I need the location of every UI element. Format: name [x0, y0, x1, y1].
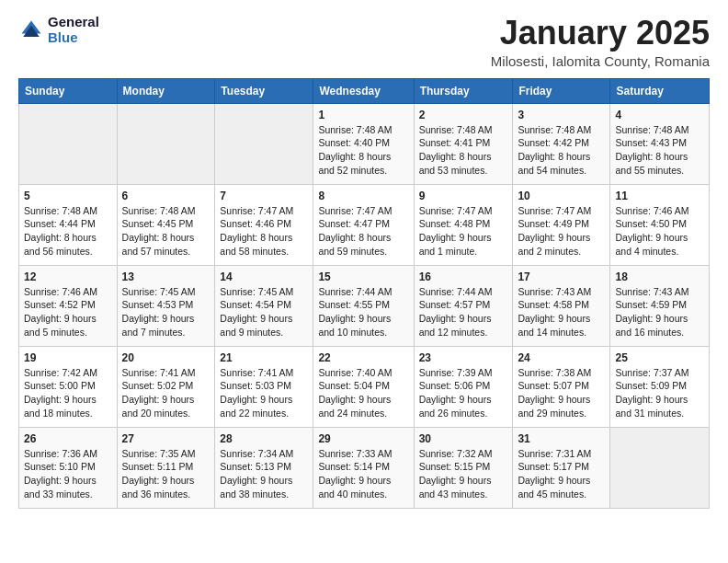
- day-content: Sunrise: 7:48 AMSunset: 4:44 PMDaylight:…: [24, 204, 112, 259]
- day-content: Sunrise: 7:43 AMSunset: 4:59 PMDaylight:…: [615, 285, 704, 339]
- day-number: 4: [615, 109, 704, 121]
- table-row: 29Sunrise: 7:33 AMSunset: 5:14 PMDayligh…: [313, 427, 414, 508]
- sunrise-label: Sunrise: 7:48 AM: [518, 124, 591, 135]
- sunrise-label: Sunrise: 7:41 AM: [122, 367, 196, 378]
- day-content: Sunrise: 7:35 AMSunset: 5:11 PMDaylight:…: [122, 447, 210, 501]
- table-row: 19Sunrise: 7:42 AMSunset: 5:00 PMDayligh…: [19, 346, 118, 427]
- day-content: Sunrise: 7:48 AMSunset: 4:42 PMDaylight:…: [518, 123, 605, 178]
- daylight-label: Daylight: 8 hours and 58 minutes.: [220, 232, 292, 257]
- sunset-label: Sunset: 5:11 PM: [122, 461, 194, 472]
- calendar-week-row: 12Sunrise: 7:46 AMSunset: 4:52 PMDayligh…: [19, 265, 710, 346]
- daylight-label: Daylight: 8 hours and 53 minutes.: [419, 151, 492, 176]
- col-saturday: Saturday: [610, 78, 710, 103]
- sunrise-label: Sunrise: 7:48 AM: [419, 124, 493, 135]
- day-number: 13: [122, 270, 210, 283]
- daylight-label: Daylight: 9 hours and 1 minute.: [419, 232, 492, 257]
- day-content: Sunrise: 7:47 AMSunset: 4:49 PMDaylight:…: [518, 204, 605, 259]
- daylight-label: Daylight: 9 hours and 22 minutes.: [220, 394, 292, 419]
- sunrise-label: Sunrise: 7:41 AM: [220, 367, 293, 378]
- daylight-label: Daylight: 9 hours and 7 minutes.: [122, 313, 195, 338]
- sunset-label: Sunset: 5:15 PM: [419, 461, 491, 472]
- daylight-label: Daylight: 9 hours and 40 minutes.: [318, 475, 391, 500]
- day-number: 29: [318, 432, 408, 445]
- table-row: 5Sunrise: 7:48 AMSunset: 4:44 PMDaylight…: [19, 184, 118, 265]
- day-content: Sunrise: 7:43 AMSunset: 4:58 PMDaylight:…: [518, 285, 605, 339]
- sunrise-label: Sunrise: 7:47 AM: [419, 205, 493, 216]
- day-number: 28: [220, 432, 308, 445]
- day-number: 6: [122, 190, 210, 202]
- day-content: Sunrise: 7:33 AMSunset: 5:14 PMDaylight:…: [318, 447, 408, 501]
- day-content: Sunrise: 7:48 AMSunset: 4:43 PMDaylight:…: [615, 123, 704, 178]
- daylight-label: Daylight: 9 hours and 45 minutes.: [518, 475, 590, 500]
- sunset-label: Sunset: 4:45 PM: [122, 218, 194, 229]
- day-number: 2: [419, 109, 508, 121]
- sunset-label: Sunset: 4:42 PM: [518, 137, 589, 148]
- day-number: 25: [615, 351, 704, 364]
- title-block: January 2025 Milosesti, Ialomita County,…: [491, 15, 710, 69]
- daylight-label: Daylight: 9 hours and 16 minutes.: [615, 313, 688, 338]
- table-row: 28Sunrise: 7:34 AMSunset: 5:13 PMDayligh…: [215, 427, 313, 508]
- daylight-label: Daylight: 8 hours and 55 minutes.: [615, 151, 688, 176]
- sunrise-label: Sunrise: 7:43 AM: [615, 286, 688, 297]
- col-wednesday: Wednesday: [313, 78, 414, 103]
- table-row: 9Sunrise: 7:47 AMSunset: 4:48 PMDaylight…: [414, 184, 513, 265]
- calendar-week-row: 19Sunrise: 7:42 AMSunset: 5:00 PMDayligh…: [19, 346, 710, 427]
- daylight-label: Daylight: 9 hours and 38 minutes.: [220, 475, 292, 500]
- sunrise-label: Sunrise: 7:48 AM: [615, 124, 688, 135]
- daylight-label: Daylight: 9 hours and 14 minutes.: [518, 313, 590, 338]
- table-row: 25Sunrise: 7:37 AMSunset: 5:09 PMDayligh…: [610, 346, 710, 427]
- calendar-header-row: Sunday Monday Tuesday Wednesday Thursday…: [19, 78, 710, 103]
- table-row: 20Sunrise: 7:41 AMSunset: 5:02 PMDayligh…: [117, 346, 215, 427]
- calendar-week-row: 1Sunrise: 7:48 AMSunset: 4:40 PMDaylight…: [19, 103, 710, 184]
- sunset-label: Sunset: 4:49 PM: [518, 218, 589, 229]
- sunset-label: Sunset: 5:09 PM: [615, 380, 687, 391]
- day-number: 14: [220, 270, 308, 283]
- sunset-label: Sunset: 4:48 PM: [419, 218, 491, 229]
- day-number: 31: [518, 432, 605, 445]
- sunset-label: Sunset: 4:50 PM: [615, 218, 687, 229]
- day-number: 1: [318, 109, 408, 121]
- sunrise-label: Sunrise: 7:48 AM: [122, 205, 196, 216]
- sunset-label: Sunset: 4:43 PM: [615, 137, 687, 148]
- header: General Blue January 2025 Milosesti, Ial…: [18, 15, 710, 69]
- sunset-label: Sunset: 5:14 PM: [318, 461, 390, 472]
- day-number: 23: [419, 351, 508, 364]
- calendar-title: January 2025: [491, 15, 710, 52]
- sunrise-label: Sunrise: 7:45 AM: [220, 286, 293, 297]
- daylight-label: Daylight: 9 hours and 33 minutes.: [24, 475, 97, 500]
- daylight-label: Daylight: 8 hours and 56 minutes.: [24, 232, 97, 257]
- day-content: Sunrise: 7:32 AMSunset: 5:15 PMDaylight:…: [419, 447, 508, 501]
- sunset-label: Sunset: 5:07 PM: [518, 380, 589, 391]
- sunset-label: Sunset: 4:58 PM: [518, 299, 589, 310]
- sunrise-label: Sunrise: 7:46 AM: [24, 286, 97, 297]
- sunset-label: Sunset: 4:40 PM: [318, 137, 390, 148]
- daylight-label: Daylight: 9 hours and 5 minutes.: [24, 313, 97, 338]
- sunrise-label: Sunrise: 7:39 AM: [419, 367, 493, 378]
- logo: General Blue: [18, 15, 99, 45]
- day-number: 9: [419, 190, 508, 202]
- table-row: [19, 103, 118, 184]
- table-row: 8Sunrise: 7:47 AMSunset: 4:47 PMDaylight…: [313, 184, 414, 265]
- page-container: General Blue January 2025 Milosesti, Ial…: [0, 0, 728, 523]
- sunrise-label: Sunrise: 7:35 AM: [122, 448, 196, 459]
- day-content: Sunrise: 7:41 AMSunset: 5:03 PMDaylight:…: [220, 366, 308, 420]
- day-number: 17: [518, 270, 605, 283]
- sunrise-label: Sunrise: 7:45 AM: [122, 286, 196, 297]
- sunset-label: Sunset: 5:00 PM: [24, 380, 96, 391]
- sunset-label: Sunset: 4:55 PM: [318, 299, 390, 310]
- daylight-label: Daylight: 9 hours and 43 minutes.: [419, 475, 492, 500]
- daylight-label: Daylight: 8 hours and 57 minutes.: [122, 232, 195, 257]
- sunrise-label: Sunrise: 7:46 AM: [615, 205, 688, 216]
- table-row: 31Sunrise: 7:31 AMSunset: 5:17 PMDayligh…: [513, 427, 610, 508]
- day-content: Sunrise: 7:31 AMSunset: 5:17 PMDaylight:…: [518, 447, 605, 501]
- table-row: 14Sunrise: 7:45 AMSunset: 4:54 PMDayligh…: [215, 265, 313, 346]
- col-friday: Friday: [513, 78, 610, 103]
- day-number: 7: [220, 190, 308, 202]
- daylight-label: Daylight: 9 hours and 4 minutes.: [615, 232, 688, 257]
- daylight-label: Daylight: 9 hours and 29 minutes.: [518, 394, 590, 419]
- table-row: 6Sunrise: 7:48 AMSunset: 4:45 PMDaylight…: [117, 184, 215, 265]
- daylight-label: Daylight: 9 hours and 9 minutes.: [220, 313, 292, 338]
- col-thursday: Thursday: [414, 78, 513, 103]
- day-number: 15: [318, 270, 408, 283]
- table-row: 13Sunrise: 7:45 AMSunset: 4:53 PMDayligh…: [117, 265, 215, 346]
